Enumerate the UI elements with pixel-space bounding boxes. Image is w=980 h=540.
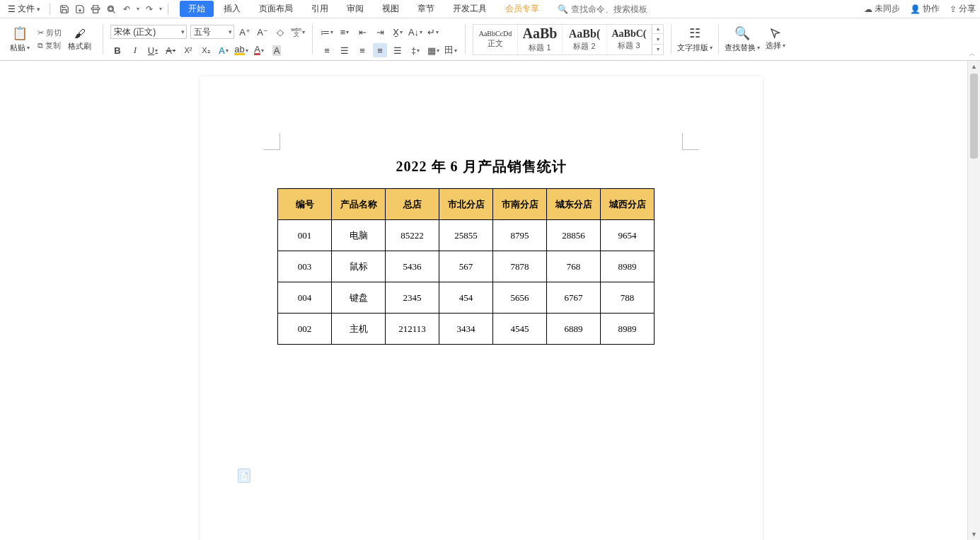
redo-dd-icon[interactable]: ▾ — [159, 6, 162, 12]
table-cell[interactable]: 25855 — [439, 220, 493, 251]
table-cell[interactable]: 212113 — [386, 314, 439, 345]
align-right-button[interactable]: ≡ — [355, 43, 369, 57]
table-cell[interactable]: 鼠标 — [332, 251, 386, 282]
document-canvas[interactable]: 2022 年 6 月产品销售统计 编号产品名称总店市北分店市南分店城东分店城西分… — [0, 61, 966, 540]
font-name-select[interactable]: 宋体 (正文) — [110, 25, 187, 39]
bold-button[interactable]: B — [110, 43, 125, 57]
superscript-button[interactable]: X² — [181, 43, 195, 57]
copy-button[interactable]: ⧉复制 — [35, 40, 64, 52]
table-cell[interactable]: 8989 — [601, 251, 655, 282]
table-cell[interactable]: 567 — [439, 251, 493, 282]
text-effects-button[interactable]: A▾ — [217, 43, 231, 57]
increase-indent-button[interactable]: ⇥ — [373, 25, 387, 39]
line-spacing-button[interactable]: ‡▾ — [408, 43, 422, 57]
table-cell[interactable]: 85222 — [386, 220, 439, 251]
table-cell[interactable]: 6767 — [547, 282, 601, 314]
char-shading-button[interactable]: A — [270, 43, 284, 57]
tab-引用[interactable]: 引用 — [303, 1, 337, 17]
scroll-track[interactable] — [968, 72, 980, 529]
table-cell[interactable]: 电脑 — [332, 220, 386, 251]
search-input[interactable] — [571, 4, 677, 14]
scroll-down-button[interactable]: ▼ — [968, 529, 980, 540]
table-cell[interactable]: 768 — [547, 251, 601, 282]
sales-table[interactable]: 编号产品名称总店市北分店市南分店城东分店城西分店 001电脑8522225855… — [277, 188, 655, 345]
decrease-indent-button[interactable]: ⇤ — [355, 25, 369, 39]
style-item[interactable]: AaBbCcDd正文 — [473, 24, 518, 55]
underline-button[interactable]: U▾ — [146, 43, 160, 57]
table-row[interactable]: 004键盘234545456566767788 — [278, 282, 655, 314]
collapse-ribbon-button[interactable]: ︿ — [969, 49, 976, 59]
style-scroll-button[interactable]: ▾ — [652, 34, 663, 45]
table-cell[interactable]: 003 — [278, 251, 332, 282]
table-cell[interactable]: 7878 — [493, 251, 547, 282]
print-preview-icon[interactable] — [105, 4, 117, 15]
table-cell[interactable]: 4545 — [493, 314, 547, 345]
sort-button[interactable]: A↓▾ — [408, 25, 422, 39]
scroll-up-button[interactable]: ▲ — [968, 61, 980, 72]
italic-button[interactable]: I — [128, 43, 142, 57]
style-item[interactable]: AaBb(标题 2 — [563, 24, 607, 55]
col-header[interactable]: 市南分店 — [493, 189, 547, 220]
grow-font-button[interactable]: A⁺ — [238, 25, 252, 39]
shading-button[interactable]: ▦▾ — [426, 43, 440, 57]
numbered-list-button[interactable]: ≡▾ — [338, 25, 352, 39]
table-cell[interactable]: 9654 — [601, 220, 655, 251]
format-brush-button[interactable]: 🖌 格式刷 — [64, 28, 96, 52]
kebab-icon[interactable]: ⋮ — [969, 4, 977, 13]
col-header[interactable]: 市北分店 — [439, 189, 493, 220]
table-cell[interactable]: 5436 — [386, 251, 439, 282]
table-cell[interactable]: 28856 — [547, 220, 601, 251]
find-replace-button[interactable]: 🔍 查找替换▾ — [722, 20, 763, 59]
line-break-button[interactable]: ↵▾ — [426, 25, 440, 39]
file-menu[interactable]: ☰ 文件 ▾ — [4, 1, 44, 16]
font-size-select[interactable]: 五号 — [190, 25, 234, 39]
table-row[interactable]: 001电脑85222258558795288569654 — [278, 220, 655, 251]
phonetic-guide-button[interactable]: wén文▾ — [291, 25, 305, 39]
col-header[interactable]: 城西分店 — [601, 189, 655, 220]
align-justify-button[interactable]: ≡ — [373, 43, 387, 57]
collab-button[interactable]: 👤协作 — [910, 3, 940, 15]
table-row[interactable]: 002主机2121133434454568898989 — [278, 314, 655, 345]
tab-开发工具[interactable]: 开发工具 — [444, 1, 495, 17]
tab-插入[interactable]: 插入 — [215, 1, 249, 17]
col-header[interactable]: 城东分店 — [547, 189, 601, 220]
table-cell[interactable]: 5656 — [493, 282, 547, 314]
table-cell[interactable]: 788 — [601, 282, 655, 314]
table-cell[interactable]: 454 — [439, 282, 493, 314]
strike-button[interactable]: A▾ — [163, 43, 178, 57]
highlight-button[interactable]: ab▾ — [234, 43, 248, 57]
subscript-button[interactable]: X₂ — [199, 43, 213, 57]
table-cell[interactable]: 3434 — [439, 314, 493, 345]
scroll-thumb[interactable] — [970, 74, 978, 159]
tab-审阅[interactable]: 审阅 — [338, 1, 372, 17]
table-cell[interactable]: 002 — [278, 314, 332, 345]
style-expand-button[interactable]: ▾ — [652, 45, 663, 55]
command-search[interactable]: 🔍 — [558, 4, 677, 14]
clear-format-button[interactable]: ◇ — [273, 25, 287, 39]
undo-dd-icon[interactable]: ▾ — [137, 6, 139, 12]
undo-icon[interactable]: ↶ — [121, 4, 132, 15]
tab-开始[interactable]: 开始 — [180, 1, 214, 17]
col-header[interactable]: 编号 — [278, 189, 332, 220]
tab-章节[interactable]: 章节 — [409, 1, 443, 17]
col-header[interactable]: 总店 — [386, 189, 439, 220]
bullet-list-button[interactable]: ≔▾ — [320, 25, 334, 39]
col-header[interactable]: 产品名称 — [332, 189, 386, 220]
redo-icon[interactable]: ↷ — [144, 4, 155, 15]
style-item[interactable]: AaBbC(标题 3 — [607, 24, 652, 55]
char-scale-button[interactable]: X̱▾ — [391, 25, 405, 39]
tab-页面布局[interactable]: 页面布局 — [250, 1, 301, 17]
style-scroll-button[interactable]: ▴ — [652, 24, 663, 35]
table-row[interactable]: 003鼠标543656778787688989 — [278, 251, 655, 282]
align-left-button[interactable]: ≡ — [320, 43, 334, 57]
text-layout-button[interactable]: ☷ 文字排版▾ — [674, 20, 715, 59]
paste-button[interactable]: 📋 粘贴▾ — [7, 24, 33, 54]
style-gallery[interactable]: AaBbCcDd正文AaBb标题 1AaBb(标题 2AaBbC(标题 3▴▾▾ — [473, 24, 664, 55]
table-cell[interactable]: 8795 — [493, 220, 547, 251]
sync-button[interactable]: ☁未同步 — [864, 3, 900, 15]
table-cell[interactable]: 键盘 — [332, 282, 386, 314]
save-icon[interactable] — [59, 4, 70, 15]
cut-button[interactable]: ✂剪切 — [35, 27, 64, 39]
table-cell[interactable]: 6889 — [547, 314, 601, 345]
table-cell[interactable]: 2345 — [386, 282, 439, 314]
